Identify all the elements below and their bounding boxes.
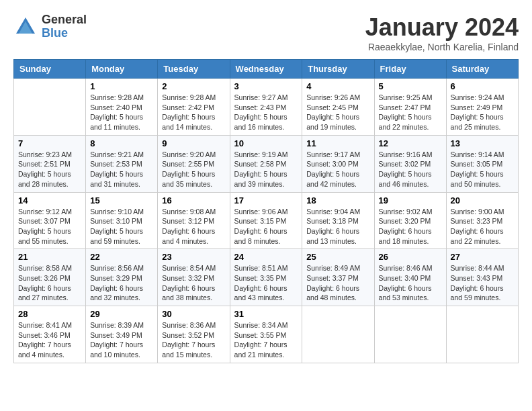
day-cell: 4Sunrise: 9:26 AM Sunset: 2:45 PM Daylig… — [302, 79, 374, 136]
day-number: 22 — [90, 252, 153, 262]
calendar-subtitle: Raeaekkylae, North Karelia, Finland — [365, 42, 519, 52]
day-cell: 13Sunrise: 9:14 AM Sunset: 3:05 PM Dayli… — [446, 135, 518, 192]
day-number: 20 — [451, 195, 514, 205]
day-cell: 5Sunrise: 9:25 AM Sunset: 2:47 PM Daylig… — [374, 79, 446, 136]
day-number: 8 — [90, 138, 153, 148]
day-cell: 9Sunrise: 9:20 AM Sunset: 2:55 PM Daylig… — [158, 135, 230, 192]
header-day-monday: Monday — [86, 60, 158, 79]
logo: General Blue — [13, 13, 87, 40]
day-number: 2 — [162, 81, 225, 91]
day-cell: 14Sunrise: 9:12 AM Sunset: 3:07 PM Dayli… — [14, 192, 86, 249]
day-cell: 17Sunrise: 9:06 AM Sunset: 3:15 PM Dayli… — [230, 192, 302, 249]
day-number: 24 — [234, 252, 298, 262]
header-day-thursday: Thursday — [302, 60, 374, 79]
day-cell: 18Sunrise: 9:04 AM Sunset: 3:18 PM Dayli… — [302, 192, 374, 249]
day-info: Sunrise: 9:16 AM Sunset: 3:02 PM Dayligh… — [379, 150, 442, 189]
day-number: 7 — [18, 138, 81, 148]
day-info: Sunrise: 9:25 AM Sunset: 2:47 PM Dayligh… — [379, 93, 442, 132]
day-number: 18 — [306, 195, 369, 205]
day-info: Sunrise: 9:28 AM Sunset: 2:40 PM Dayligh… — [90, 93, 153, 132]
title-block: January 2024 Raeaekkylae, North Karelia,… — [365, 13, 519, 52]
day-cell: 30Sunrise: 8:36 AM Sunset: 3:52 PM Dayli… — [158, 306, 230, 363]
day-cell: 15Sunrise: 9:10 AM Sunset: 3:10 PM Dayli… — [86, 192, 158, 249]
day-cell: 31Sunrise: 8:34 AM Sunset: 3:55 PM Dayli… — [230, 306, 302, 363]
header-row: SundayMondayTuesdayWednesdayThursdayFrid… — [14, 60, 519, 79]
day-info: Sunrise: 9:27 AM Sunset: 2:43 PM Dayligh… — [234, 93, 298, 132]
day-info: Sunrise: 9:23 AM Sunset: 2:51 PM Dayligh… — [18, 150, 81, 189]
day-cell: 6Sunrise: 9:24 AM Sunset: 2:49 PM Daylig… — [446, 79, 518, 136]
day-number: 15 — [90, 195, 153, 205]
day-number: 9 — [162, 138, 225, 148]
day-info: Sunrise: 9:00 AM Sunset: 3:23 PM Dayligh… — [451, 207, 514, 246]
day-number: 4 — [306, 81, 369, 91]
day-info: Sunrise: 8:39 AM Sunset: 3:49 PM Dayligh… — [90, 320, 153, 360]
day-cell: 19Sunrise: 9:02 AM Sunset: 3:20 PM Dayli… — [374, 192, 446, 249]
day-cell: 1Sunrise: 9:28 AM Sunset: 2:40 PM Daylig… — [86, 79, 158, 136]
day-info: Sunrise: 8:58 AM Sunset: 3:26 PM Dayligh… — [18, 263, 81, 303]
week-row: 28Sunrise: 8:41 AM Sunset: 3:46 PM Dayli… — [14, 306, 519, 363]
day-info: Sunrise: 8:34 AM Sunset: 3:55 PM Dayligh… — [234, 320, 298, 360]
day-cell: 25Sunrise: 8:49 AM Sunset: 3:37 PM Dayli… — [302, 249, 374, 306]
day-cell: 2Sunrise: 9:28 AM Sunset: 2:42 PM Daylig… — [158, 79, 230, 136]
day-cell: 10Sunrise: 9:19 AM Sunset: 2:58 PM Dayli… — [230, 135, 302, 192]
day-info: Sunrise: 9:28 AM Sunset: 2:42 PM Dayligh… — [162, 93, 225, 132]
week-row: 1Sunrise: 9:28 AM Sunset: 2:40 PM Daylig… — [14, 79, 519, 136]
day-number: 30 — [162, 309, 225, 319]
day-cell — [302, 306, 374, 363]
day-cell: 26Sunrise: 8:46 AM Sunset: 3:40 PM Dayli… — [374, 249, 446, 306]
day-info: Sunrise: 8:44 AM Sunset: 3:43 PM Dayligh… — [451, 263, 514, 303]
day-info: Sunrise: 9:06 AM Sunset: 3:15 PM Dayligh… — [234, 207, 298, 246]
day-cell: 12Sunrise: 9:16 AM Sunset: 3:02 PM Dayli… — [374, 135, 446, 192]
day-number: 10 — [234, 138, 298, 148]
day-info: Sunrise: 8:51 AM Sunset: 3:35 PM Dayligh… — [234, 263, 298, 303]
header-day-tuesday: Tuesday — [158, 60, 230, 79]
day-number: 23 — [162, 252, 225, 262]
day-cell: 7Sunrise: 9:23 AM Sunset: 2:51 PM Daylig… — [14, 135, 86, 192]
calendar-header: SundayMondayTuesdayWednesdayThursdayFrid… — [14, 60, 519, 79]
day-cell — [14, 79, 86, 136]
day-cell: 24Sunrise: 8:51 AM Sunset: 3:35 PM Dayli… — [230, 249, 302, 306]
day-cell — [446, 306, 518, 363]
day-info: Sunrise: 8:46 AM Sunset: 3:40 PM Dayligh… — [379, 263, 442, 303]
week-row: 21Sunrise: 8:58 AM Sunset: 3:26 PM Dayli… — [14, 249, 519, 306]
day-cell: 28Sunrise: 8:41 AM Sunset: 3:46 PM Dayli… — [14, 306, 86, 363]
logo-icon — [13, 15, 38, 39]
day-number: 26 — [379, 252, 442, 262]
day-info: Sunrise: 8:54 AM Sunset: 3:32 PM Dayligh… — [162, 263, 225, 303]
day-number: 27 — [451, 252, 514, 262]
day-cell: 29Sunrise: 8:39 AM Sunset: 3:49 PM Dayli… — [86, 306, 158, 363]
day-number: 31 — [234, 309, 298, 319]
day-cell: 27Sunrise: 8:44 AM Sunset: 3:43 PM Dayli… — [446, 249, 518, 306]
day-info: Sunrise: 9:21 AM Sunset: 2:53 PM Dayligh… — [90, 150, 153, 189]
day-number: 21 — [18, 252, 81, 262]
header-day-wednesday: Wednesday — [230, 60, 302, 79]
day-info: Sunrise: 8:41 AM Sunset: 3:46 PM Dayligh… — [18, 320, 81, 360]
logo-general: General — [42, 13, 87, 27]
day-number: 29 — [90, 309, 153, 319]
day-cell: 22Sunrise: 8:56 AM Sunset: 3:29 PM Dayli… — [86, 249, 158, 306]
day-number: 5 — [379, 81, 442, 91]
day-number: 25 — [306, 252, 369, 262]
day-number: 11 — [306, 138, 369, 148]
day-number: 16 — [162, 195, 225, 205]
day-number: 17 — [234, 195, 298, 205]
page-header: General Blue January 2024 Raeaekkylae, N… — [13, 13, 519, 52]
day-number: 13 — [451, 138, 514, 148]
day-cell: 16Sunrise: 9:08 AM Sunset: 3:12 PM Dayli… — [158, 192, 230, 249]
day-info: Sunrise: 9:17 AM Sunset: 3:00 PM Dayligh… — [306, 150, 369, 189]
day-cell: 11Sunrise: 9:17 AM Sunset: 3:00 PM Dayli… — [302, 135, 374, 192]
header-day-sunday: Sunday — [14, 60, 86, 79]
calendar-table: SundayMondayTuesdayWednesdayThursdayFrid… — [13, 59, 519, 363]
day-info: Sunrise: 9:26 AM Sunset: 2:45 PM Dayligh… — [306, 93, 369, 132]
logo-blue: Blue — [42, 27, 87, 40]
day-number: 28 — [18, 309, 81, 319]
day-cell: 20Sunrise: 9:00 AM Sunset: 3:23 PM Dayli… — [446, 192, 518, 249]
day-number: 1 — [90, 81, 153, 91]
day-cell: 3Sunrise: 9:27 AM Sunset: 2:43 PM Daylig… — [230, 79, 302, 136]
day-number: 3 — [234, 81, 298, 91]
day-cell: 23Sunrise: 8:54 AM Sunset: 3:32 PM Dayli… — [158, 249, 230, 306]
day-info: Sunrise: 9:24 AM Sunset: 2:49 PM Dayligh… — [451, 93, 514, 132]
week-row: 14Sunrise: 9:12 AM Sunset: 3:07 PM Dayli… — [14, 192, 519, 249]
day-info: Sunrise: 8:56 AM Sunset: 3:29 PM Dayligh… — [90, 263, 153, 303]
day-info: Sunrise: 9:20 AM Sunset: 2:55 PM Dayligh… — [162, 150, 225, 189]
